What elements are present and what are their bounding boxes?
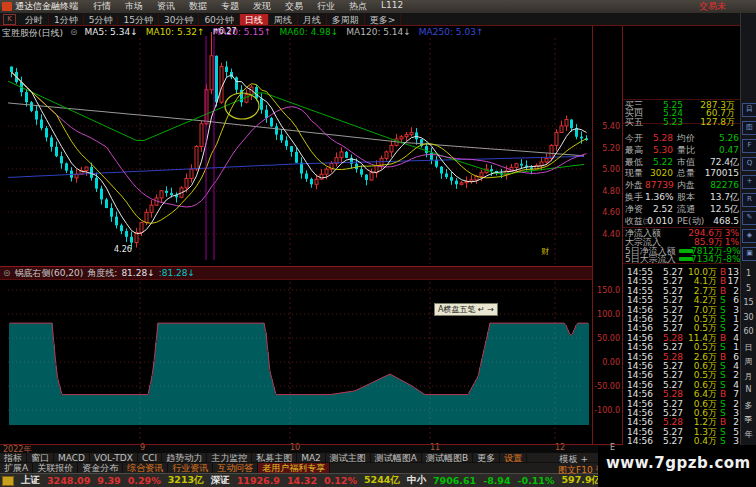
period-item-1[interactable]: 分时 xyxy=(20,14,49,25)
toolbar-period-15[interactable]: 15 xyxy=(741,298,756,307)
menu-item-5[interactable]: 专题 xyxy=(214,0,246,13)
toolbar-icon-8[interactable]: ◈ xyxy=(742,229,756,243)
status-segment-12[interactable]: 7906.61 xyxy=(433,475,476,486)
status-segment-4[interactable]: 0.29% xyxy=(128,475,161,486)
toolbar-period-多[interactable]: 多 xyxy=(741,400,756,411)
menu-item-3[interactable]: 资讯 xyxy=(150,0,182,13)
indicator-tab-11[interactable]: 测试幅图A xyxy=(371,453,422,463)
indicator-tab-9[interactable]: MA2 xyxy=(297,453,326,463)
period-item-10[interactable]: 多周期 xyxy=(327,14,365,25)
info-tab-3[interactable]: 资金分布 xyxy=(78,463,123,473)
indicator-tab-1[interactable]: 指标 xyxy=(0,453,27,463)
toolbar-icon-2[interactable]: 图 xyxy=(742,121,756,135)
period-bar: K 分时1分钟5分钟15分钟30分钟60分钟日线周线月线多周期更多> xyxy=(0,13,756,26)
status-segment-2[interactable]: 3248.09 xyxy=(47,475,90,486)
indicator-tab-3[interactable]: MACD xyxy=(54,453,90,463)
period-item-8[interactable]: 周线 xyxy=(269,14,298,25)
info-tab-1[interactable]: 扩展A xyxy=(0,463,33,473)
candlestick-svg xyxy=(0,26,592,266)
menu-item-10[interactable]: L112 xyxy=(374,0,410,13)
status-segment-1[interactable]: 上证 xyxy=(21,474,40,487)
info-tab-2[interactable]: 关联报价 xyxy=(33,463,78,473)
indicator-header[interactable]: ⊜ 锅底右侧(60,20) 角度线: 81.28↓ :81.28↓ xyxy=(0,266,593,280)
toolbar-period-季[interactable]: 季 xyxy=(741,414,756,425)
period-item-5[interactable]: 30分钟 xyxy=(159,14,199,25)
gear-icon[interactable]: ⊜ xyxy=(70,27,78,37)
status-segment-11[interactable]: 中小 xyxy=(407,474,426,487)
status-segment-3[interactable]: 9.39 xyxy=(97,475,120,486)
menu-item-6[interactable]: 发现 xyxy=(246,0,278,13)
indicator-tab-14[interactable]: 设置 xyxy=(500,453,527,463)
indicator-tab-13[interactable]: 更多 xyxy=(473,453,500,463)
indicator-tab-6[interactable]: 趋势动力 xyxy=(162,453,207,463)
trade-status-label[interactable]: 交易未 xyxy=(699,0,756,13)
status-segment-5[interactable]: 3213亿 xyxy=(168,474,204,487)
toolbar-period-日[interactable]: 日 xyxy=(741,342,756,353)
info-tab-6[interactable]: 互动问答 xyxy=(213,463,258,473)
toolbar-period-月[interactable]: 月 xyxy=(741,371,756,382)
info-tab-7[interactable]: 老用户福利专享 xyxy=(258,463,330,473)
toolbar-period-N[interactable]: N xyxy=(741,385,756,394)
kline-icon[interactable]: K xyxy=(3,14,16,25)
drawing-e-label: E xyxy=(610,443,615,452)
menu-item-9[interactable]: 热点 xyxy=(342,0,374,13)
status-segment-8[interactable]: 14.32 xyxy=(287,475,317,486)
toolbar-icon-7[interactable]: ✎ xyxy=(742,211,756,225)
period-item-3[interactable]: 5分钟 xyxy=(84,14,119,25)
flow-row-4: 5日大宗流入-7134万-8% xyxy=(623,254,741,264)
menu-item-4[interactable]: 数据 xyxy=(182,0,214,13)
indicator-tab-2[interactable]: 窗口 xyxy=(27,453,54,463)
menu-item-8[interactable]: 行业 xyxy=(310,0,342,13)
indicator-gear-icon[interactable]: ⊜ xyxy=(3,268,11,278)
main-chart[interactable] xyxy=(0,26,592,266)
toolbar-period-年[interactable]: 年 xyxy=(741,429,756,440)
period-item-9[interactable]: 月线 xyxy=(298,14,327,25)
indicator-tab-10[interactable]: 测试主图 xyxy=(326,453,371,463)
toolbar-period-5[interactable]: 5 xyxy=(741,284,756,293)
status-segment-7[interactable]: 11926.9 xyxy=(237,475,280,486)
toolbar-period-30[interactable]: 30 xyxy=(741,313,756,322)
period-item-11[interactable]: 更多> xyxy=(365,14,402,25)
indicator-tab-5[interactable]: CCI xyxy=(138,453,162,463)
axis-label-3: 5.00 xyxy=(592,165,620,174)
status-segment-14[interactable]: -0.11% xyxy=(518,475,555,486)
period-item-7[interactable]: 日线 xyxy=(240,14,269,25)
folder-icon[interactable] xyxy=(2,476,14,486)
indicator-tab-8[interactable]: 私募主图 xyxy=(252,453,297,463)
status-segment-6[interactable]: 深证 xyxy=(211,474,230,487)
toolbar-icon-4[interactable]: Q xyxy=(742,157,756,171)
toolbar-icon-5[interactable]: + xyxy=(742,175,756,189)
info-tab-4[interactable]: 综合资讯 xyxy=(123,463,168,473)
period-item-2[interactable]: 1分钟 xyxy=(49,14,84,25)
quote-panel[interactable]: 买三5.25287.3万买四5.2460.7万买五5.23127.8万今开5.2… xyxy=(622,26,740,445)
info-row-4: 现量3020总量170015 xyxy=(623,168,741,178)
symbol-title[interactable]: 宝胜股份(日线) xyxy=(2,27,63,37)
indicator-param-label: 角度线: xyxy=(87,267,117,280)
menu-item-1[interactable]: 行情 xyxy=(86,0,118,13)
buy-row-5[interactable]: 买五5.23127.8万 xyxy=(623,117,741,127)
indicator-tab-12[interactable]: 测试幅图B xyxy=(422,453,473,463)
toolbar-icon-6[interactable]: R xyxy=(742,193,756,207)
toolbar-icon-9[interactable]: ▣ xyxy=(742,247,756,261)
status-segment-13[interactable]: -8.94 xyxy=(483,475,510,486)
period-item-6[interactable]: 60分钟 xyxy=(199,14,239,25)
tick-row-19[interactable]: 14:565.270.4万S3 xyxy=(623,436,741,446)
ma-value-2: MA10: 5.32↑ xyxy=(146,27,205,37)
axis-label-4: 4.80 xyxy=(592,187,620,196)
status-segment-9[interactable]: 0.12% xyxy=(324,475,357,486)
info-row-1: 今开5.28均价5.26 xyxy=(623,133,741,143)
toolbar-period-周[interactable]: 周 xyxy=(741,356,756,367)
status-segment-10[interactable]: 5244亿 xyxy=(364,474,400,487)
indicator-value2: :81.28↓ xyxy=(159,268,195,278)
indicator-tab-4[interactable]: VOL-TDX xyxy=(90,453,138,463)
period-item-4[interactable]: 15分钟 xyxy=(118,14,158,25)
toolbar-period-1[interactable]: 1 xyxy=(741,269,756,278)
menu-item-2[interactable]: 市场 xyxy=(118,0,150,13)
info-tab-5[interactable]: 行业资讯 xyxy=(168,463,213,473)
toolbar-period-60[interactable]: 60 xyxy=(741,327,756,336)
indicator-panel[interactable] xyxy=(0,280,592,445)
menu-item-7[interactable]: 交易 xyxy=(278,0,310,13)
toolbar-icon-1[interactable]: 目 xyxy=(742,103,756,117)
indicator-tab-7[interactable]: 主力监控 xyxy=(207,453,252,463)
toolbar-icon-3[interactable]: F xyxy=(742,139,756,153)
